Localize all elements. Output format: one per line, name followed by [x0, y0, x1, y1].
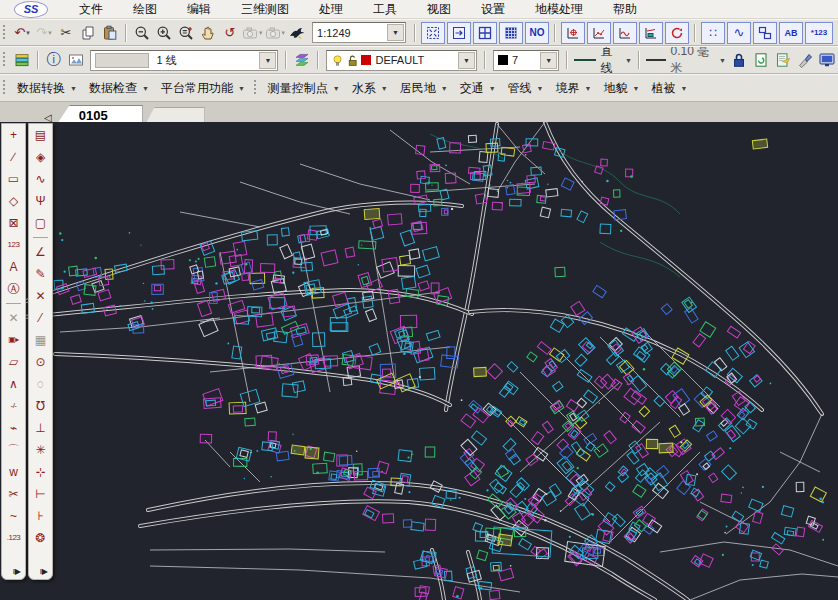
menu-item-8[interactable]: 地模处理	[520, 1, 598, 18]
block-display-button[interactable]	[753, 22, 777, 44]
category-menu-5[interactable]: 居民地▼	[394, 77, 454, 99]
category-menu-0[interactable]: 数据转换▼	[11, 77, 83, 99]
color-combo[interactable]: 7 ▼	[493, 50, 559, 71]
zoom-in-button[interactable]	[153, 22, 175, 44]
trim-button[interactable]: ✂	[3, 483, 24, 505]
copy-object-button[interactable]: ▣▸	[3, 329, 24, 351]
star-point-button[interactable]: ✳	[30, 439, 51, 461]
palette-expand-button[interactable]: I▶	[13, 565, 25, 579]
display-settings-button[interactable]	[816, 49, 838, 71]
menu-item-7[interactable]: 设置	[466, 1, 520, 18]
menu-item-0[interactable]: 文件	[64, 1, 118, 18]
axis-annotate-button[interactable]: ⊢	[30, 483, 51, 505]
symbol-manager-button[interactable]: ◈	[30, 146, 51, 168]
zoom-previous-button[interactable]: ↺	[219, 22, 241, 44]
entity-preview-button[interactable]	[65, 49, 87, 71]
dimension-ruler-button[interactable]: 123	[3, 234, 24, 256]
zoom-extents-button[interactable]	[421, 22, 445, 44]
menu-item-9[interactable]: 帮助	[598, 1, 652, 18]
notebook-button[interactable]: ▤	[30, 124, 51, 146]
break-at-point-button[interactable]: ⌁	[3, 417, 24, 439]
toolbar-grip-2[interactable]	[2, 52, 7, 68]
number-annotate-button[interactable]: .123	[3, 527, 24, 549]
polyline-node-button[interactable]: ∠	[30, 241, 51, 263]
named-view-2-button[interactable]: ▾	[264, 22, 287, 44]
dashed-circle-button[interactable]: ◌	[30, 373, 51, 395]
category-menu-1[interactable]: 数据检查▼	[83, 77, 155, 99]
menu-item-5[interactable]: 工具	[358, 1, 412, 18]
break-object-button[interactable]: -/-	[3, 395, 24, 417]
edit-attributes-button[interactable]	[772, 49, 794, 71]
paste-button[interactable]	[99, 22, 121, 44]
menu-item-3[interactable]: 三维测图	[226, 1, 304, 18]
node-delete-button[interactable]: ✕	[30, 285, 51, 307]
view-grid-button[interactable]	[473, 22, 497, 44]
draw-polygon-button[interactable]: ◇	[3, 190, 24, 212]
layer-combo[interactable]: DEFAULT ▼	[326, 50, 476, 71]
zoom-window-button[interactable]	[175, 22, 197, 44]
perpendicular-point-button[interactable]: ⊥	[30, 417, 51, 439]
layer-unlock-icon[interactable]	[346, 54, 359, 67]
text-display-button[interactable]: AB	[779, 22, 803, 44]
clean-drawing-button[interactable]	[794, 49, 816, 71]
plot-area-button[interactable]	[639, 22, 663, 44]
category-menu-2[interactable]: 平台常用功能▼	[155, 77, 251, 99]
segment-dots-button[interactable]: ⁄	[30, 307, 51, 329]
lineweight-combo[interactable]: 0.10 毫米 ▼	[644, 50, 728, 70]
named-view-button[interactable]: ▾	[241, 22, 264, 44]
number-display-button[interactable]: *123	[805, 22, 833, 44]
category-menu-10[interactable]: 植被▼	[645, 77, 693, 99]
color-dropdown-icon[interactable]: ▼	[540, 52, 557, 69]
redo-button[interactable]: ↷▾	[33, 22, 55, 44]
text-style-button[interactable]: Ⓐ	[3, 278, 24, 300]
category-menu-8[interactable]: 境界▼	[550, 77, 598, 99]
toolbar-grip[interactable]	[2, 25, 7, 41]
palette-expand-button[interactable]: I▶	[40, 565, 52, 579]
sketch-segment-button[interactable]: ✎	[30, 263, 51, 285]
plot-points-button[interactable]	[587, 22, 611, 44]
arc-edit-button[interactable]: ⌒	[3, 439, 24, 461]
menu-item-1[interactable]: 绘图	[118, 1, 172, 18]
view-pan-button[interactable]	[447, 22, 471, 44]
mirror-button[interactable]: ∧	[3, 373, 24, 395]
toolbar-grip-3[interactable]	[2, 80, 7, 96]
no-display-button[interactable]: NO	[525, 22, 549, 44]
entity-info-button[interactable]: ⓘ	[43, 49, 65, 71]
curve-fit-button[interactable]: ~	[3, 505, 24, 527]
linetype-combo[interactable]: 直线 ▼	[572, 50, 634, 70]
draw-region-button[interactable]: ⊠	[3, 212, 24, 234]
layer-manager-button[interactable]	[11, 49, 33, 71]
menu-item-6[interactable]: 视图	[412, 1, 466, 18]
draw-text-button[interactable]: A	[3, 256, 24, 278]
category-menu-4[interactable]: 水系▼	[346, 77, 394, 99]
plot-wave-button[interactable]	[613, 22, 637, 44]
lock-button[interactable]	[728, 49, 750, 71]
refresh-plot-button[interactable]	[665, 22, 689, 44]
menu-item-2[interactable]: 编辑	[172, 1, 226, 18]
copy-button[interactable]	[77, 22, 99, 44]
category-menu-7[interactable]: 管线▼	[502, 77, 550, 99]
draw-point-button[interactable]: +	[3, 124, 24, 146]
linetype-display-button[interactable]: ∿	[727, 22, 751, 44]
layer-dropdown-icon[interactable]: ▼	[458, 52, 475, 69]
undo-button[interactable]: ↶▾	[11, 22, 33, 44]
regen-drawing-button[interactable]	[750, 49, 772, 71]
freehand-line-button[interactable]: ∿	[30, 168, 51, 190]
cut-button[interactable]: ✂	[55, 22, 77, 44]
draw-line-button[interactable]: ∕	[3, 146, 24, 168]
scale-combo[interactable]: 1:1249 ▼	[312, 22, 406, 43]
category-menu-9[interactable]: 地貌▼	[597, 77, 645, 99]
zoom-out-button[interactable]	[131, 22, 153, 44]
w-node-line-button[interactable]: Ψ	[30, 190, 51, 212]
circle-center-button[interactable]: ⊙	[30, 351, 51, 373]
menu-item-4[interactable]: 处理	[304, 1, 358, 18]
entity-combo[interactable]: 1 线 ▼	[90, 50, 279, 71]
select-window-button[interactable]: ▢	[30, 212, 51, 234]
lasso-select-button[interactable]: ℧	[30, 395, 51, 417]
entity-dropdown-icon[interactable]: ▼	[259, 52, 276, 69]
layer-on-bulb-icon[interactable]	[331, 54, 344, 67]
layer-states-button[interactable]	[291, 49, 313, 71]
move-object-button[interactable]: ▱	[3, 351, 24, 373]
grid-snap-button[interactable]: ▦	[30, 329, 51, 351]
drawing-canvas[interactable]	[0, 122, 838, 600]
